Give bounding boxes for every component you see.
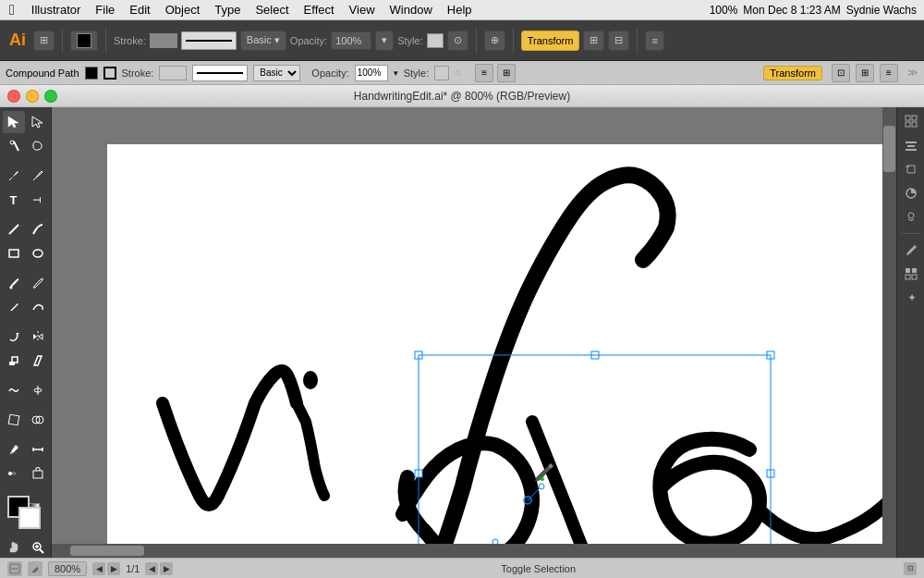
more-btn[interactable]: ≡ xyxy=(645,31,663,51)
menu-help[interactable]: Help xyxy=(440,0,480,20)
ellipse-tool[interactable] xyxy=(27,242,49,264)
zoom-tool[interactable] xyxy=(27,536,49,558)
line-tool[interactable] xyxy=(3,218,25,240)
menu-object[interactable]: Object xyxy=(158,0,208,20)
vscroll-track[interactable] xyxy=(882,107,896,558)
svg-rect-63 xyxy=(906,268,910,273)
compound-stroke-box[interactable] xyxy=(103,67,116,80)
transform-btn[interactable]: Transform xyxy=(521,31,580,51)
arc-tool[interactable] xyxy=(27,218,49,240)
svg-rect-65 xyxy=(906,275,910,279)
transform-right-icon[interactable] xyxy=(901,159,921,179)
opacity-input[interactable] xyxy=(331,31,371,50)
vertical-type-tool[interactable]: T xyxy=(27,189,49,211)
workspace-switcher[interactable]: ⊞ xyxy=(33,31,55,51)
stroke-color-compound[interactable] xyxy=(159,66,187,80)
opacity-dropdown[interactable]: ▾ xyxy=(375,31,394,51)
zoom-right-arrow[interactable]: ▶ xyxy=(107,562,120,575)
width-tool[interactable] xyxy=(27,379,49,401)
stroke-line xyxy=(186,40,232,42)
type-tool[interactable]: T xyxy=(3,189,25,211)
recolor-btn[interactable]: ⊕ xyxy=(484,31,505,51)
blend-tool[interactable] xyxy=(3,462,25,485)
menu-effect[interactable]: Effect xyxy=(297,0,342,20)
properties-icon[interactable] xyxy=(901,111,921,131)
opacity-input-compound[interactable] xyxy=(355,65,388,81)
zoom-display[interactable]: 800% xyxy=(48,561,87,576)
menu-illustrator[interactable]: Illustrator xyxy=(24,0,88,20)
style-swatch-compound[interactable] xyxy=(434,66,449,80)
color-right-icon[interactable] xyxy=(901,183,921,203)
close-button[interactable] xyxy=(7,90,20,103)
transform-button[interactable]: Transform xyxy=(763,66,822,80)
blob-brush-tool[interactable] xyxy=(27,272,49,294)
menu-type[interactable]: Type xyxy=(207,0,248,20)
style-swatch[interactable] xyxy=(427,33,444,48)
canvas-area[interactable]: X: 106.44 mm Y: 61.74 mm xyxy=(52,107,896,558)
arrange-icon[interactable]: ≡ xyxy=(475,64,493,82)
pencil-tool[interactable] xyxy=(3,296,25,318)
menu-view[interactable]: View xyxy=(342,0,383,20)
panel-toggle[interactable]: ≫ xyxy=(907,67,918,79)
fill-stroke-picker[interactable] xyxy=(70,31,98,51)
stroke-color-swatch[interactable] xyxy=(150,33,177,48)
rectangle-tool[interactable] xyxy=(3,242,25,264)
pen-tool[interactable] xyxy=(3,165,25,187)
menu-edit[interactable]: Edit xyxy=(122,0,157,20)
style-icon-compound[interactable]: ⊙ xyxy=(455,68,462,78)
menu-select[interactable]: Select xyxy=(248,0,296,20)
menu-window[interactable]: Window xyxy=(383,0,440,20)
opacity-label: Opacity: xyxy=(290,35,327,46)
stroke-style-preview[interactable] xyxy=(192,65,248,81)
minimize-button[interactable] xyxy=(26,90,39,103)
transform-icon-1[interactable]: ⊡ xyxy=(832,64,850,82)
eyedropper-tool[interactable] xyxy=(3,438,25,461)
maximize-button[interactable] xyxy=(44,90,57,103)
stroke-basic-select[interactable]: Basic xyxy=(253,65,300,81)
align-btn[interactable]: ⊞ xyxy=(583,31,604,51)
shear-tool[interactable] xyxy=(27,350,49,372)
stroke-color-box[interactable] xyxy=(18,507,41,529)
transform-icon-3[interactable]: ≡ xyxy=(880,64,898,82)
transform-icon-2[interactable]: ⊞ xyxy=(856,64,874,82)
vscroll-thumb[interactable] xyxy=(883,126,895,172)
direct-select-tool[interactable] xyxy=(27,111,49,133)
pathfinder-btn[interactable]: ⊟ xyxy=(608,31,629,51)
apple-menu[interactable]:  xyxy=(0,2,24,18)
live-paint-tool[interactable] xyxy=(27,462,49,485)
symbols-right-icon[interactable]: ✦ xyxy=(901,288,921,308)
select-tool[interactable] xyxy=(3,111,25,133)
swatches-right-icon[interactable] xyxy=(901,264,921,284)
opacity-stepper[interactable]: ▾ xyxy=(394,68,398,78)
align-icon[interactable]: ⊞ xyxy=(497,64,516,82)
expand-icon[interactable]: ⊡ xyxy=(904,562,917,575)
appearance-right-icon[interactable] xyxy=(901,207,921,228)
add-anchor-tool[interactable] xyxy=(27,165,49,187)
compound-fill[interactable] xyxy=(85,67,98,80)
hscroll-thumb[interactable] xyxy=(70,546,144,556)
scale-tool[interactable] xyxy=(3,350,25,372)
hand-tool[interactable] xyxy=(3,536,25,558)
magic-wand-tool[interactable] xyxy=(3,135,25,157)
warp-tool[interactable] xyxy=(3,379,25,401)
paintbrush-tool[interactable] xyxy=(3,272,25,294)
status-icon-1[interactable] xyxy=(7,561,22,576)
shape-builder-tool[interactable] xyxy=(27,409,49,431)
status-icon-2[interactable] xyxy=(28,561,43,576)
reflect-tool[interactable] xyxy=(27,326,49,348)
align-right-icon[interactable] xyxy=(901,135,921,155)
prev-page-arrow[interactable]: ◀ xyxy=(145,562,158,575)
next-page-arrow[interactable]: ▶ xyxy=(160,562,173,575)
handwriting-canvas[interactable]: X: 106.44 mm Y: 61.74 mm xyxy=(107,144,896,551)
measure-tool[interactable] xyxy=(27,438,49,461)
hscroll-track[interactable] xyxy=(52,544,882,558)
free-transform-tool[interactable] xyxy=(3,409,25,431)
lasso-tool[interactable] xyxy=(27,135,49,157)
style-dropdown[interactable]: ⊙ xyxy=(447,31,468,51)
rotate-tool[interactable] xyxy=(3,326,25,348)
menu-file[interactable]: File xyxy=(88,0,122,20)
smooth-tool[interactable] xyxy=(27,296,49,318)
brush-right-icon[interactable] xyxy=(901,240,921,260)
zoom-left-arrow[interactable]: ◀ xyxy=(92,562,105,575)
basic-selector[interactable]: Basic ▾ xyxy=(240,31,286,51)
